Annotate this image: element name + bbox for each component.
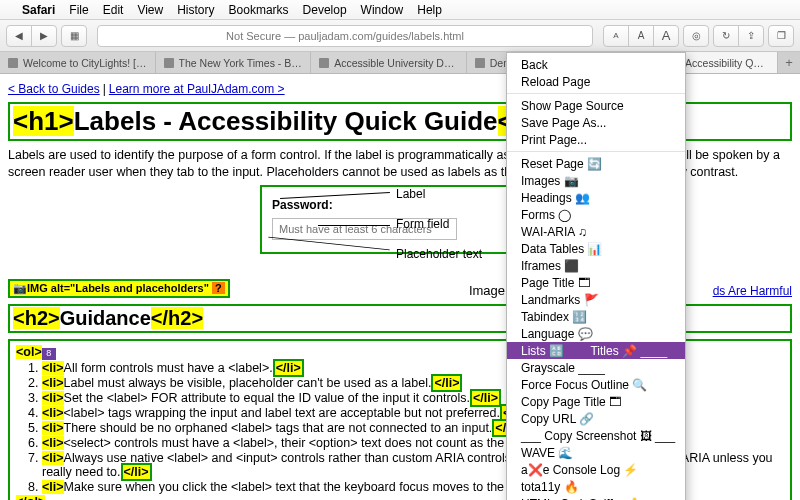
back-button[interactable]: ◀: [6, 25, 32, 47]
img-alt-overlay: 📷IMG alt="Labels and placeholders" ?: [8, 279, 230, 298]
ol-close-tag: </ol>: [16, 495, 45, 500]
ol-open-tag: <ol>: [16, 345, 42, 359]
ctx-data-tables[interactable]: Data Tables 📊: [507, 240, 685, 257]
ctx-wai-aria[interactable]: WAI-ARIA ♫: [507, 223, 685, 240]
new-tab-button[interactable]: +: [778, 52, 800, 73]
menu-edit[interactable]: Edit: [103, 3, 124, 17]
favicon-icon: [8, 58, 18, 68]
menu-view[interactable]: View: [137, 3, 163, 17]
ctx-copy-url[interactable]: Copy URL 🔗: [507, 410, 685, 427]
page-title: Labels - Accessibility Quick Guide: [74, 106, 498, 136]
tab-au-demo[interactable]: Accessible University Demo Site - A...: [311, 52, 467, 73]
reload-button[interactable]: ↻: [713, 25, 739, 47]
ctx-reload[interactable]: Reload Page: [507, 73, 685, 90]
reader-button[interactable]: ◎: [683, 25, 709, 47]
ctx-lists[interactable]: Lists 🔠 Titles 📌 ____: [507, 342, 685, 359]
ctx-iframes[interactable]: Iframes ⬛: [507, 257, 685, 274]
menu-bookmarks[interactable]: Bookmarks: [229, 3, 289, 17]
ctx-back[interactable]: Back: [507, 56, 685, 73]
password-label: Password:: [272, 198, 333, 212]
ctx-landmarks[interactable]: Landmarks 🚩: [507, 291, 685, 308]
tab-citylights[interactable]: Welcome to CityLights! [Inaccessibl...: [0, 52, 156, 73]
favicon-icon: [319, 58, 329, 68]
list-count-badge: 8: [42, 348, 56, 360]
menu-help[interactable]: Help: [417, 3, 442, 17]
ctx-tabindex[interactable]: Tabindex 🔢: [507, 308, 685, 325]
ctx-print[interactable]: Print Page...: [507, 131, 685, 148]
ctx-reset-page[interactable]: Reset Page 🔄: [507, 155, 685, 172]
ctx-codesniffer[interactable]: HTML_CodeSniffer 👃: [507, 495, 685, 500]
ctx-tota11y[interactable]: tota11y 🔥: [507, 478, 685, 495]
show-tabs-button[interactable]: ❐: [768, 25, 794, 47]
ctx-show-source[interactable]: Show Page Source: [507, 97, 685, 114]
ctx-copy-title[interactable]: Copy Page Title 🗔: [507, 393, 685, 410]
url-bar[interactable]: Not Secure — pauljadam.com/guides/labels…: [97, 25, 593, 47]
share-button[interactable]: ⇪: [738, 25, 764, 47]
ctx-wave[interactable]: WAVE 🌊: [507, 444, 685, 461]
annot-label: Label: [396, 187, 425, 201]
ctx-grayscale[interactable]: Grayscale ____: [507, 359, 685, 376]
tab-nyt[interactable]: The New York Times - Breaking News...: [156, 52, 312, 73]
ctx-language[interactable]: Language 💬: [507, 325, 685, 342]
sidebar-button[interactable]: ▦: [61, 25, 87, 47]
favicon-icon: [475, 58, 485, 68]
browser-toolbar: ◀ ▶ ▦ Not Secure — pauljadam.com/guides/…: [0, 20, 800, 52]
ctx-page-title[interactable]: Page Title 🗔: [507, 274, 685, 291]
h1-open-tag: <h1>: [13, 106, 74, 136]
app-name-menu[interactable]: Safari: [22, 3, 55, 17]
text-size-large[interactable]: A: [653, 25, 679, 47]
ctx-copy-screenshot[interactable]: ___ Copy Screenshot 🖼 ___: [507, 427, 685, 444]
text-size-small[interactable]: A: [603, 25, 629, 47]
learn-more-link[interactable]: Learn more at PaulJAdam.com >: [109, 82, 285, 96]
ctx-forms[interactable]: Forms ◯: [507, 206, 685, 223]
ctx-force-focus[interactable]: Force Focus Outline 🔍: [507, 376, 685, 393]
mac-menubar: Safari File Edit View History Bookmarks …: [0, 0, 800, 20]
annot-field: Form field: [396, 217, 449, 231]
annot-placeholder: Placeholder text: [396, 247, 482, 261]
forward-button[interactable]: ▶: [31, 25, 57, 47]
image-credit-link[interactable]: ds Are Harmful: [713, 284, 792, 298]
menu-develop[interactable]: Develop: [303, 3, 347, 17]
menu-file[interactable]: File: [69, 3, 88, 17]
menu-window[interactable]: Window: [361, 3, 404, 17]
ctx-headings[interactable]: Headings 👥: [507, 189, 685, 206]
text-size-med[interactable]: A: [628, 25, 654, 47]
menu-history[interactable]: History: [177, 3, 214, 17]
back-to-guides-link[interactable]: < Back to Guides: [8, 82, 100, 96]
favicon-icon: [164, 58, 174, 68]
context-menu: Back Reload Page Show Page Source Save P…: [506, 52, 686, 500]
ctx-axe-log[interactable]: a❌e Console Log ⚡: [507, 461, 685, 478]
warning-icon: ?: [212, 282, 225, 294]
ctx-save-as[interactable]: Save Page As...: [507, 114, 685, 131]
ctx-images[interactable]: Images 📷: [507, 172, 685, 189]
